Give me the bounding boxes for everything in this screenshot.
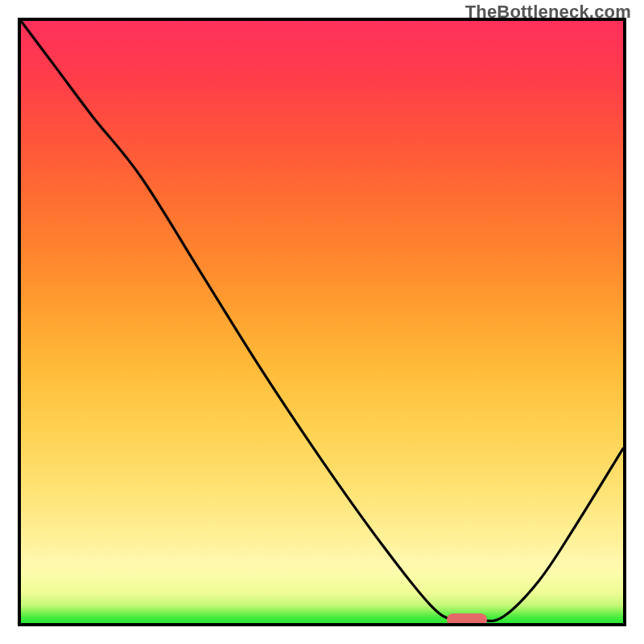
chart-container: TheBottleneck.com	[0, 0, 644, 644]
bottleneck-curve	[21, 21, 623, 623]
watermark-label: TheBottleneck.com	[465, 2, 631, 23]
plot-area	[18, 18, 626, 626]
optimum-marker	[447, 613, 487, 626]
curve-path	[21, 21, 623, 621]
